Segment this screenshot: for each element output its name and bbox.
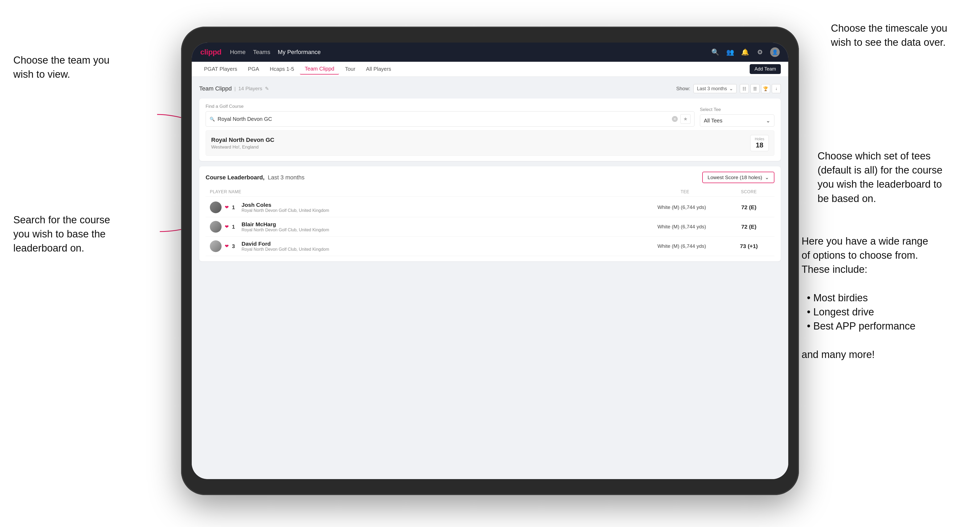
player-name: David Ford	[242, 241, 636, 247]
course-search-wrapper: 🔍 ✕ ★	[205, 111, 695, 127]
view-icons: ☷ ☰ 🏆 ↓	[740, 84, 781, 93]
chevron-down-icon: ⌄	[765, 174, 769, 181]
nav-my-performance[interactable]: My Performance	[278, 48, 321, 57]
player-name: Josh Coles	[242, 202, 636, 208]
player-rank: 1	[232, 205, 238, 211]
player-info: Blair McHarg Royal North Devon Golf Club…	[242, 221, 636, 232]
annotation-team-choice: Choose the team you wish to view.	[13, 53, 110, 81]
grid-view-button[interactable]: ☷	[740, 84, 749, 93]
show-time-dropdown[interactable]: Last 3 months ⌄	[694, 84, 737, 93]
heart-icon: ❤	[225, 205, 229, 210]
chevron-down-icon: ⌄	[729, 86, 733, 92]
annotation-tee-choice: Choose which set of tees (default is all…	[818, 149, 967, 206]
annotation-search-course: Search for the course you wish to base t…	[13, 213, 136, 256]
add-team-button[interactable]: Add Team	[749, 64, 781, 74]
score-value: 72 (E)	[727, 224, 770, 230]
player-club: Royal North Devon Golf Club, United King…	[242, 208, 636, 213]
course-location: Westward Ho!, England	[211, 144, 274, 150]
bell-icon[interactable]: 🔔	[740, 48, 750, 57]
tee-value: White (M) (6,744 yds)	[639, 243, 724, 249]
download-button[interactable]: ↓	[772, 84, 781, 93]
player-info: Josh Coles Royal North Devon Golf Club, …	[242, 202, 636, 213]
table-row: ❤ 1 Josh Coles Royal North Devon Golf Cl…	[205, 198, 775, 217]
annotation-options: Here you have a wide range of options to…	[802, 234, 967, 362]
player-club: Royal North Devon Golf Club, United King…	[242, 227, 636, 232]
tablet-screen: clippd Home Teams My Performance 🔍 👥 🔔 ⚙…	[192, 43, 788, 479]
nav-home[interactable]: Home	[230, 48, 245, 57]
list-view-button[interactable]: ☰	[751, 84, 759, 93]
column-player-header: PLAYER NAME	[210, 189, 642, 194]
tab-hcaps[interactable]: Hcaps 1-5	[265, 64, 299, 74]
edit-team-icon[interactable]: ✎	[265, 86, 269, 92]
navbar-links: Home Teams My Performance	[230, 48, 702, 57]
tab-tour[interactable]: Tour	[340, 64, 360, 74]
navbar-icons: 🔍 👥 🔔 ⚙ 👤	[711, 48, 780, 57]
tee-select-column: Select Tee All Tees ⌄	[700, 107, 775, 127]
tab-pgat-players[interactable]: PGAT Players	[199, 64, 242, 74]
column-tee-header: TEE	[642, 189, 727, 194]
avatar	[210, 240, 221, 252]
trophy-view-button[interactable]: 🏆	[761, 84, 770, 93]
search-row: Find a Golf Course 🔍 ✕ ★ Select Tee All …	[205, 104, 775, 127]
holes-value: 18	[755, 141, 764, 149]
tab-bar: PGAT Players PGA Hcaps 1-5 Team Clippd T…	[192, 62, 788, 77]
table-header: PLAYER NAME TEE SCORE	[205, 187, 775, 197]
nav-teams[interactable]: Teams	[253, 48, 270, 57]
holes-box: Holes 18	[750, 135, 769, 151]
holes-label: Holes	[755, 137, 764, 141]
clear-search-button[interactable]: ✕	[672, 116, 678, 122]
table-row: ❤ 1 Blair McHarg Royal North Devon Golf …	[205, 217, 775, 237]
leaderboard-section: Course Leaderboard, Last 3 months Lowest…	[199, 167, 781, 261]
content-area: Team Clippd | 14 Players ✎ Show: Last 3 …	[192, 77, 788, 479]
score-value: 73 (+1)	[727, 243, 770, 249]
show-controls: Show: Last 3 months ⌄ ☷ ☰ 🏆 ↓	[676, 84, 781, 93]
team-title: Team Clippd | 14 Players ✎	[199, 85, 269, 92]
course-search-label: Find a Golf Course	[205, 104, 695, 109]
chevron-down-icon: ⌄	[766, 117, 770, 124]
people-icon[interactable]: 👥	[725, 48, 735, 57]
leaderboard-header: Course Leaderboard, Last 3 months Lowest…	[205, 171, 775, 183]
heart-icon: ❤	[225, 224, 229, 230]
course-search-input[interactable]	[218, 116, 669, 122]
navbar: clippd Home Teams My Performance 🔍 👥 🔔 ⚙…	[192, 43, 788, 62]
score-value: 72 (E)	[727, 204, 770, 211]
course-result: Royal North Devon GC Westward Ho!, Engla…	[205, 130, 775, 156]
course-info: Royal North Devon GC Westward Ho!, Engla…	[211, 137, 274, 150]
leaderboard-table: PLAYER NAME TEE SCORE ❤ 1 Josh Coles Roy…	[205, 187, 775, 256]
table-row: ❤ 3 David Ford Royal North Devon Golf Cl…	[205, 237, 775, 256]
score-filter-dropdown[interactable]: Lowest Score (18 holes) ⌄	[702, 171, 775, 183]
avatar	[210, 221, 221, 233]
tee-select-dropdown[interactable]: All Tees ⌄	[700, 114, 775, 127]
player-name: Blair McHarg	[242, 221, 636, 227]
avatar	[210, 202, 221, 213]
leaderboard-title: Course Leaderboard, Last 3 months	[205, 174, 305, 181]
tab-all-players[interactable]: All Players	[361, 64, 396, 74]
tee-select-label: Select Tee	[700, 107, 775, 112]
heart-icon: ❤	[225, 243, 229, 249]
tab-pga[interactable]: PGA	[243, 64, 264, 74]
favorite-button[interactable]: ★	[680, 114, 690, 124]
player-rank: 1	[232, 224, 238, 230]
tee-value: White (M) (6,744 yds)	[639, 205, 724, 210]
search-section: Find a Golf Course 🔍 ✕ ★ Select Tee All …	[199, 98, 781, 161]
column-score-header: SCORE	[727, 189, 770, 194]
player-info: David Ford Royal North Devon Golf Club, …	[242, 241, 636, 252]
tee-value: White (M) (6,744 yds)	[639, 224, 724, 230]
user-avatar[interactable]: 👤	[770, 48, 780, 57]
search-icon: 🔍	[210, 117, 215, 122]
app-logo[interactable]: clippd	[200, 48, 221, 56]
annotation-timescale: Choose the timescale you wish to see the…	[831, 21, 964, 49]
tablet-shell: clippd Home Teams My Performance 🔍 👥 🔔 ⚙…	[181, 27, 799, 495]
team-header: Team Clippd | 14 Players ✎ Show: Last 3 …	[199, 84, 781, 93]
search-icon[interactable]: 🔍	[711, 48, 720, 57]
settings-icon[interactable]: ⚙	[755, 48, 765, 57]
course-name: Royal North Devon GC	[211, 137, 274, 143]
tab-team-clippd[interactable]: Team Clippd	[300, 63, 339, 75]
player-club: Royal North Devon Golf Club, United King…	[242, 247, 636, 252]
player-rank: 3	[232, 243, 238, 249]
course-search-column: Find a Golf Course 🔍 ✕ ★	[205, 104, 695, 127]
